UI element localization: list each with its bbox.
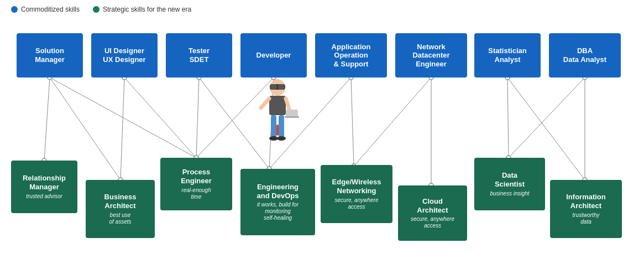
card-subtitle: secure, anywhereaccess <box>411 216 454 229</box>
svg-line-4 <box>124 78 196 158</box>
svg-line-0 <box>44 78 50 161</box>
card-engineering-devops: Engineeringand DevOps it works, build fo… <box>240 169 315 235</box>
card-app-operation: ApplicationOperation& Support <box>315 33 387 78</box>
card-subtitle: best useof assets <box>109 212 131 225</box>
svg-rect-35 <box>270 84 277 90</box>
card-subtitle: real-enoughtime <box>181 187 211 200</box>
card-title: CloudArchitect <box>417 197 448 214</box>
card-title: TesterSDET <box>189 46 210 64</box>
card-information-architect: InformationArchitect trustworthydata <box>550 180 622 238</box>
card-title: InformationArchitect <box>566 193 606 210</box>
card-network-datacenter: NetworkDatacenterEngineer <box>395 33 467 78</box>
svg-line-3 <box>121 78 124 180</box>
card-subtitle: secure, anywhereaccess <box>335 197 379 210</box>
svg-line-5 <box>196 78 199 158</box>
card-cloud-architect: CloudArchitect secure, anywhereaccess <box>398 185 467 241</box>
card-tester: TesterSDET <box>166 33 232 78</box>
svg-line-10 <box>351 78 354 166</box>
card-title: StatisticianAnalyst <box>488 46 526 64</box>
card-ui-designer: UI DesignerUX Designer <box>91 33 158 78</box>
legend-dot-blue <box>11 6 18 13</box>
card-title: ApplicationOperation& Support <box>332 43 371 69</box>
card-title: ProcessEngineer <box>181 168 212 185</box>
svg-point-45 <box>277 136 286 141</box>
card-title: BusinessArchitect <box>104 193 137 210</box>
card-statistician: StatisticianAnalyst <box>474 33 541 78</box>
card-relationship-manager: RelationshipManager trusted advisor <box>11 161 77 213</box>
card-title: DataScientist <box>495 171 525 188</box>
card-title: UI DesignerUX Designer <box>103 46 145 64</box>
svg-rect-46 <box>276 125 279 136</box>
card-title: DBAData Analyst <box>563 46 606 64</box>
svg-point-44 <box>269 136 278 141</box>
svg-rect-36 <box>278 84 285 90</box>
svg-line-39 <box>286 99 290 111</box>
svg-rect-43 <box>279 115 284 137</box>
card-title: SolutionManager <box>35 46 64 64</box>
legend-label-strategic: Strategic skills for the new era <box>103 6 191 13</box>
card-title: Engineeringand DevOps <box>257 183 299 200</box>
svg-rect-42 <box>271 115 276 137</box>
diagram: SolutionManager UI DesignerUX Designer T… <box>0 17 644 271</box>
card-solution-manager: SolutionManager <box>17 33 83 78</box>
card-title: Edge/WirelessNetworking <box>332 178 381 195</box>
person-illustration <box>255 78 300 158</box>
legend-label-commoditized: Commoditized skills <box>21 6 80 13</box>
legend-commoditized: Commoditized skills <box>11 6 80 13</box>
svg-line-15 <box>509 78 585 158</box>
card-title: NetworkDatacenterEngineer <box>412 43 449 69</box>
legend-dot-green <box>93 6 100 13</box>
card-subtitle: it works, build formonitoringself-healin… <box>257 202 299 221</box>
card-edge-networking: Edge/WirelessNetworking secure, anywhere… <box>321 165 392 223</box>
card-dba: DBAData Analyst <box>549 33 621 78</box>
card-subtitle: trustworthydata <box>573 212 600 225</box>
card-developer: Developer <box>240 33 307 78</box>
legend: Commoditized skills Strategic skills for… <box>0 0 644 17</box>
card-process-engineer: ProcessEngineer real-enoughtime <box>160 158 232 210</box>
card-subtitle: trusted advisor <box>26 193 62 200</box>
svg-line-2 <box>50 78 196 158</box>
card-title: RelationshipManager <box>23 174 66 191</box>
card-subtitle: business insight <box>490 190 529 197</box>
legend-strategic: Strategic skills for the new era <box>93 6 191 13</box>
card-title: Developer <box>256 51 291 60</box>
card-data-scientist: DataScientist business insight <box>474 158 545 210</box>
svg-line-11 <box>354 78 431 166</box>
card-business-architect: BusinessArchitect best useof assets <box>86 180 155 238</box>
svg-rect-40 <box>286 110 298 117</box>
svg-rect-37 <box>269 96 286 115</box>
svg-line-38 <box>261 99 269 108</box>
svg-line-13 <box>507 78 509 158</box>
svg-rect-41 <box>285 116 299 118</box>
